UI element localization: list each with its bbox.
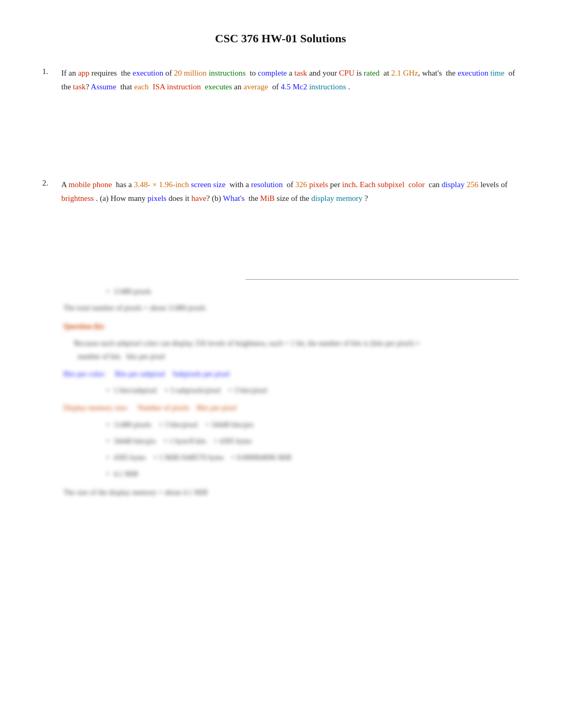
q1-gap [42, 115, 519, 178]
question-2: 2. A mobile phone has a 3.48- × 1.96-inc… [42, 178, 519, 205]
q2-gap [42, 226, 519, 247]
question-2-text: A mobile phone has a 3.48- × 1.96-inch s… [61, 178, 519, 205]
span-whats: What's [223, 194, 245, 202]
span-executes: executes [205, 82, 232, 91]
question-1-text: If an app requires the execution of 20 m… [61, 67, 519, 94]
span-instructions1: instructions [209, 69, 246, 77]
question-1-number: 1. [42, 67, 57, 76]
sol-line-3: Question (b): [63, 320, 519, 333]
span-execution2: execution [457, 69, 488, 77]
span-20million: 20 million [174, 69, 207, 77]
span-mib: MiB [260, 194, 275, 202]
sol-line-8: = 11480 pixels × 3 bits/pixel = 34440 bi… [106, 418, 519, 431]
span-pixels1: pixels [309, 180, 328, 189]
span-have: have [191, 194, 206, 202]
sol-line-6: = 1 bits/subpixel × 3 subpixels/pixel = … [106, 384, 519, 397]
span-complete: complete [258, 69, 287, 77]
span-instructions2: instructions [309, 82, 346, 91]
span-rated: rated [363, 69, 379, 77]
span-display-memory: display memory [311, 194, 362, 202]
sol-line-12: The size of the display memory = about 4… [63, 486, 519, 499]
span-isa: ISA [153, 82, 165, 91]
question-2-number: 2. [42, 178, 57, 188]
span-each2: Each [360, 180, 376, 189]
span-resolution: resolution [251, 180, 283, 189]
span-assume: Assume [91, 82, 116, 91]
span-execution1: execution [133, 69, 163, 77]
divider [246, 279, 519, 280]
span-each: each [134, 82, 148, 91]
page-container: CSC 376 HW-01 Solutions 1. If an app req… [0, 0, 561, 728]
question-1: 1. If an app requires the execution of 2… [42, 67, 519, 94]
sol-line-10: = 4305 bytes × 1 MiB/1048576 bytes = 0.0… [106, 451, 519, 464]
sol-line-7: Display memory size: Number of pixels Bi… [63, 401, 519, 414]
sol-line-9: = 34440 bits/pix × 1 byte/8 bits = 4305 … [106, 435, 519, 448]
sol-line-4: Because each subpixel color can display … [74, 337, 519, 363]
span-time: time [490, 69, 504, 77]
span-21ghz: 2.1 GHz [391, 69, 418, 77]
solution-block-q2: = 11480 pixels The total number of pixel… [63, 285, 519, 499]
span-average: average [244, 82, 268, 91]
span-326: 326 [295, 180, 307, 189]
span-screen-size: screen size [191, 180, 226, 189]
span-256: 256 [466, 180, 479, 189]
span-dimensions: 3.48- × 1.96-inch [134, 180, 189, 189]
span-mobile-phone: mobile phone [69, 180, 112, 189]
span-cpu: CPU [339, 69, 354, 77]
span-subpixel: subpixel color [378, 180, 425, 189]
solution-area: = 11480 pixels The total number of pixel… [63, 263, 519, 508]
span-task1: task [294, 69, 307, 77]
span-display: display [442, 180, 464, 189]
span-pixels2: pixels [147, 194, 166, 202]
page-title: CSC 376 HW-01 Solutions [42, 32, 519, 45]
sol-line-1: = 11480 pixels [106, 285, 519, 298]
sol-line-11: = 4.1 MiB [106, 467, 519, 481]
span-app: app [78, 69, 90, 77]
span-45mc2: 4.5 Mc2 [280, 82, 307, 91]
span-task2: task [73, 82, 86, 91]
span-brightness: brightness [61, 194, 94, 202]
span-inch: inch [342, 180, 356, 189]
sol-line-2: The total number of pixels = about 11480… [63, 301, 519, 315]
sol-line-5: Bits per color: Bits per subpixel Subpix… [63, 367, 519, 381]
span-instruction: instruction [167, 82, 201, 91]
